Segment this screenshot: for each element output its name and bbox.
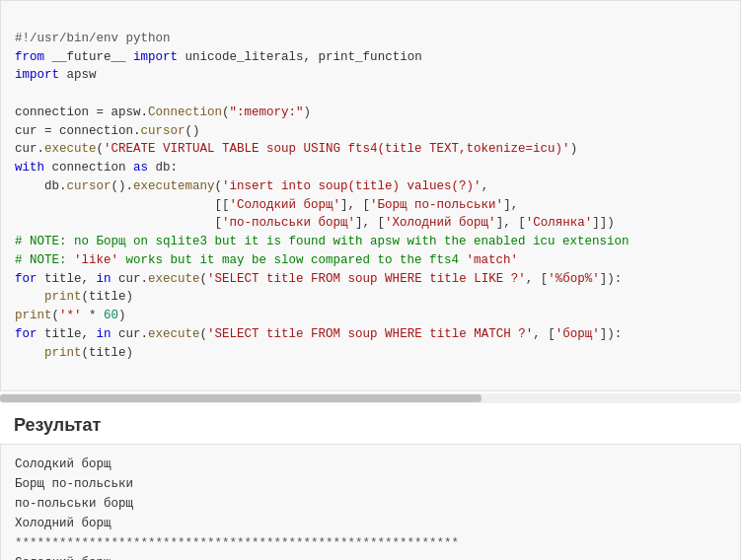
code-line-cur: cur = connection.cursor() xyxy=(15,124,200,138)
result-section: Солодкий борщ Борщ по-польськи по-польсь… xyxy=(0,444,741,560)
code-block: #!/usr/bin/env python from __future__ im… xyxy=(15,11,726,381)
code-line-for1: for title, in cur.execute('SELECT title … xyxy=(15,272,622,286)
code-line-comment1: # NOTE: no Борщ on sqlite3 but it is fou… xyxy=(15,235,630,248)
code-line-comment2: # NOTE: 'like' works but it may be slow … xyxy=(15,253,518,267)
result-block: Солодкий борщ Борщ по-польськи по-польсь… xyxy=(15,455,726,560)
result-line-stars: ****************************************… xyxy=(15,533,726,553)
code-line-conn: connection = apsw.Connection(":memory:") xyxy=(15,105,311,119)
result-line-4: Холодний борщ xyxy=(15,514,726,533)
code-line-from: from __future__ import unicode_literals,… xyxy=(15,50,422,64)
code-line-shebang: #!/usr/bin/env python xyxy=(15,32,171,45)
code-line-stars: print('*' * 60) xyxy=(15,309,126,322)
page-container: #!/usr/bin/env python from __future__ im… xyxy=(0,0,741,560)
result-heading: Результат xyxy=(0,403,741,444)
horizontal-scrollbar[interactable] xyxy=(0,393,741,403)
code-line-for2: for title, in cur.execute('SELECT title … xyxy=(15,327,622,341)
code-line-print2: print(title) xyxy=(15,346,133,360)
code-line-data2: ['по-польськи борщ'], ['Холодний борщ'],… xyxy=(15,216,615,230)
code-line-execute1: cur.execute('CREATE VIRTUAL TABLE soup U… xyxy=(15,142,577,156)
result-line-3: по-польськи борщ xyxy=(15,494,726,514)
code-line-with: with connection as db: xyxy=(15,161,178,175)
scrollbar-thumb xyxy=(0,394,482,402)
code-line-import: import apsw xyxy=(15,68,97,82)
code-line-data1: [['Солодкий борщ'], ['Борщ по-польськи']… xyxy=(15,198,518,212)
code-section[interactable]: #!/usr/bin/env python from __future__ im… xyxy=(0,0,741,391)
code-line-executemany: db.cursor().executemany('insert into sou… xyxy=(15,179,488,193)
code-line-print1: print(title) xyxy=(15,290,133,304)
result-line-6: Солодкий борщ xyxy=(15,553,726,560)
result-line-2: Борщ по-польськи xyxy=(15,474,726,494)
result-line-1: Солодкий борщ xyxy=(15,455,726,474)
